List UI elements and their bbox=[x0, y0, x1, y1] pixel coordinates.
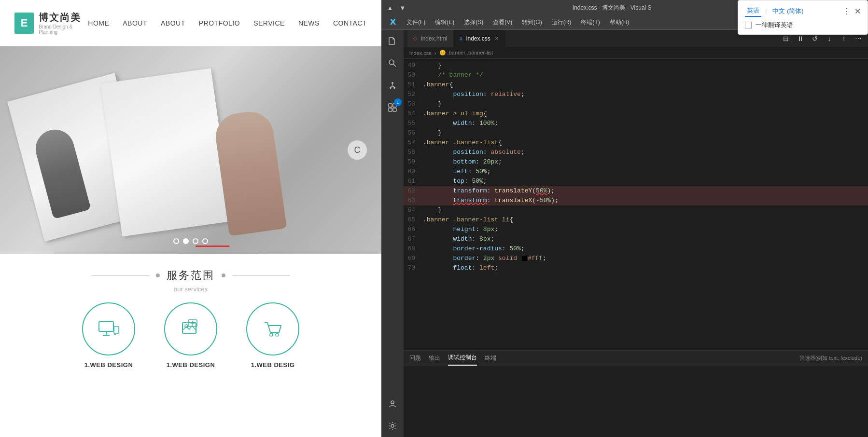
banner-image bbox=[0, 46, 381, 254]
menu-run[interactable]: 运行(R) bbox=[548, 17, 575, 28]
translate-close-icon[interactable]: ✕ bbox=[854, 7, 861, 16]
title-dot-right bbox=[222, 273, 225, 277]
code-line-61: 61 top: 50%; bbox=[404, 177, 868, 186]
bottom-tab-output[interactable]: 输出 bbox=[429, 351, 440, 365]
activity-account[interactable] bbox=[385, 396, 400, 411]
code-line-54: 54 .banner > ul img{ bbox=[404, 109, 868, 119]
code-line-66: 66 height: 8px; bbox=[404, 225, 868, 234]
breadcrumb-selector: 😊 .banner .banner-list bbox=[439, 50, 493, 56]
tab-css-label: index.css bbox=[466, 35, 490, 42]
svg-point-13 bbox=[389, 60, 394, 65]
dot-1[interactable] bbox=[173, 238, 179, 244]
bottom-content bbox=[404, 366, 868, 437]
menu-vscode-icon[interactable] bbox=[385, 16, 401, 28]
translate-lang-en[interactable]: 英语 bbox=[745, 5, 761, 17]
scroll-indicator[interactable]: C bbox=[348, 140, 367, 160]
translate-options-icon[interactable]: ⋮ bbox=[843, 7, 851, 16]
dot-3[interactable] bbox=[193, 238, 198, 244]
service-label-3: 1.WEB DESIG bbox=[251, 361, 295, 369]
shop-design-icon bbox=[261, 317, 285, 341]
bottom-tabs: 问题 输出 调试控制台 终端 筛选器(例如 text, !exclude) bbox=[404, 351, 868, 366]
translate-lang-zh[interactable]: 中文 (简体) bbox=[770, 6, 805, 16]
css-tab-icon: # bbox=[460, 36, 462, 41]
vscode-panel: ▲ ▼ index.css - 博文尚美 - Visual S ⋮ ─ □ ✕ … bbox=[381, 0, 868, 437]
code-area[interactable]: 49 } 50 /* banner */ 51 .banner{ 52 posi… bbox=[404, 59, 868, 350]
activity-explorer[interactable] bbox=[385, 34, 400, 48]
activity-settings[interactable] bbox=[385, 419, 400, 433]
services-title-cn: 服务范围 bbox=[167, 268, 215, 283]
menu-help[interactable]: 帮助(H) bbox=[606, 17, 633, 28]
svg-rect-23 bbox=[389, 108, 392, 111]
services-section: 服务范围 our services 1.WEB DESIGN bbox=[0, 254, 381, 437]
code-line-53: 53 } bbox=[404, 99, 868, 109]
svg-line-20 bbox=[392, 86, 394, 87]
tab-css[interactable]: # index.css ✕ bbox=[454, 30, 505, 47]
code-line-69: 69 border: 2px solid #fff; bbox=[404, 254, 868, 263]
code-line-51: 51 .banner{ bbox=[404, 80, 868, 90]
activity-search[interactable] bbox=[385, 56, 400, 70]
code-line-52: 52 position: relative; bbox=[404, 90, 868, 99]
browser-panel: E 博文尚美 Brand Design & Planning HOME ABOU… bbox=[0, 0, 381, 437]
activity-git[interactable] bbox=[385, 78, 400, 93]
translate-checkbox[interactable] bbox=[745, 22, 752, 28]
nav-about2[interactable]: ABOUT bbox=[161, 19, 185, 27]
code-line-57: 57 .banner .banner-list{ bbox=[404, 138, 868, 148]
menu-view[interactable]: 查看(V) bbox=[489, 17, 516, 28]
activity-extensions[interactable]: 1 bbox=[385, 100, 400, 115]
svg-rect-24 bbox=[393, 108, 396, 111]
logo-en: Brand Design & Planning bbox=[39, 24, 88, 35]
code-line-60: 60 left: 50%; bbox=[404, 167, 868, 177]
title-line-right bbox=[232, 275, 290, 276]
nav-portfolio[interactable]: PROTFOLIO bbox=[199, 19, 240, 27]
translate-option-label: 一律翻译英语 bbox=[756, 21, 793, 29]
color-swatch-black bbox=[522, 256, 527, 261]
vscode-main: ◇ index.html # index.css ✕ ⊟ ⏸ ↺ ↓ ↑ ⋯ i… bbox=[404, 30, 868, 437]
bottom-tab-problems[interactable]: 问题 bbox=[409, 351, 421, 365]
title-line-left bbox=[91, 275, 149, 276]
code-line-62: 62 transform: translateY(50%); bbox=[404, 186, 868, 196]
svg-rect-0 bbox=[99, 322, 113, 331]
banner-area: C bbox=[0, 46, 381, 254]
code-line-68: 68 border-radius: 50%; bbox=[404, 244, 868, 254]
html-tab-icon: ◇ bbox=[413, 35, 417, 41]
svg-line-19 bbox=[391, 86, 392, 87]
svg-point-17 bbox=[393, 87, 395, 89]
dot-2[interactable] bbox=[183, 238, 189, 244]
code-line-49: 49 } bbox=[404, 61, 868, 70]
code-line-70: 70 float: left; bbox=[404, 263, 868, 273]
menu-goto[interactable]: 转到(G) bbox=[518, 17, 546, 28]
site-nav: E 博文尚美 Brand Design & Planning HOME ABOU… bbox=[0, 0, 381, 46]
tab-css-close[interactable]: ✕ bbox=[494, 35, 499, 42]
translate-header: 英语 | 中文 (简体) ⋮ ✕ bbox=[745, 5, 861, 17]
service-item-3: 1.WEB DESIG bbox=[246, 302, 299, 369]
vscode-scroll-down[interactable]: ▼ bbox=[399, 4, 406, 12]
code-line-65: 65 .banner .banner-list li{ bbox=[404, 215, 868, 225]
bottom-tab-terminal[interactable]: 终端 bbox=[485, 351, 496, 365]
logo-cn: 博文尚美 bbox=[39, 11, 88, 24]
title-dot-left bbox=[156, 273, 160, 277]
vscode-scroll-up[interactable]: ▲ bbox=[386, 4, 394, 12]
nav-service[interactable]: SERVICE bbox=[253, 19, 285, 27]
tab-html[interactable]: ◇ index.html bbox=[407, 30, 454, 47]
dot-4[interactable] bbox=[202, 238, 208, 244]
web-design-icon bbox=[97, 317, 121, 341]
mag-page-right bbox=[101, 68, 232, 237]
menu-select[interactable]: 选择(S) bbox=[460, 17, 487, 28]
svg-rect-3 bbox=[114, 327, 119, 333]
breadcrumb-file: index.css bbox=[409, 50, 432, 56]
logo-text: 博文尚美 Brand Design & Planning bbox=[39, 11, 88, 35]
menu-edit[interactable]: 编辑(E) bbox=[431, 17, 458, 28]
service-label-1: 1.WEB DESIGN bbox=[84, 361, 133, 369]
code-line-50: 50 /* banner */ bbox=[404, 70, 868, 80]
nav-about1[interactable]: ABOUT bbox=[123, 19, 147, 27]
code-line-67: 67 width: 8px; bbox=[404, 234, 868, 244]
code-line-58: 58 position: absolute; bbox=[404, 148, 868, 157]
nav-home[interactable]: HOME bbox=[88, 19, 109, 27]
svg-point-11 bbox=[270, 333, 273, 336]
nav-contact[interactable]: CONTACT bbox=[333, 19, 367, 27]
menu-terminal[interactable]: 终端(T) bbox=[577, 17, 603, 28]
svg-line-14 bbox=[393, 64, 396, 67]
bottom-tab-debug[interactable]: 调试控制台 bbox=[448, 351, 477, 366]
menu-file[interactable]: 文件(F) bbox=[403, 17, 429, 28]
nav-news[interactable]: NEWS bbox=[298, 19, 320, 27]
